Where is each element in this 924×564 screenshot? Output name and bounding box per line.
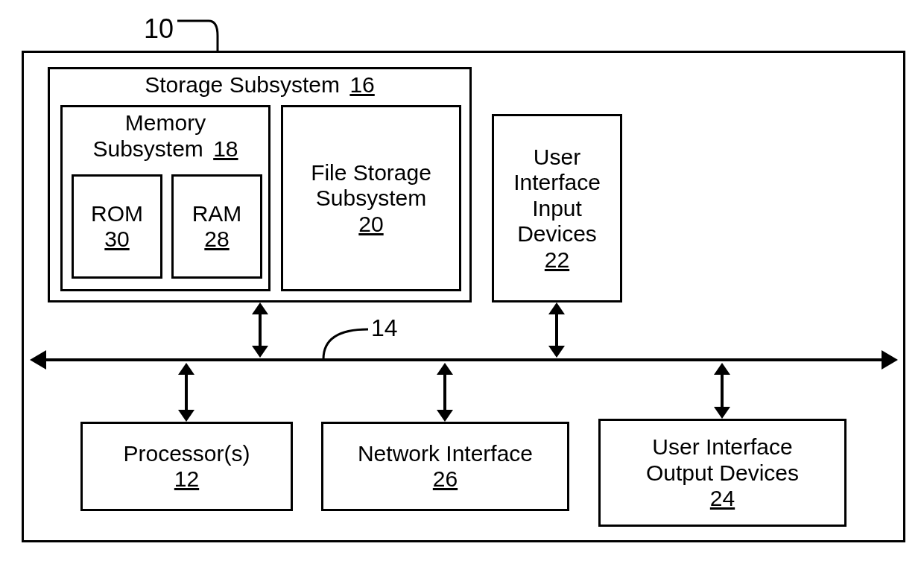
bus-arrow: [30, 349, 898, 371]
rom-ref: 30: [104, 226, 129, 252]
processor-label: Processor(s): [123, 441, 250, 467]
file-storage-ref: 20: [358, 212, 383, 237]
ram-label: RAM: [192, 201, 242, 227]
network-ref: 26: [433, 466, 458, 492]
ui-input-l3: Input: [532, 196, 582, 222]
memory-subsystem-ref: 18: [213, 136, 238, 161]
storage-subsystem-ref: 16: [349, 72, 374, 97]
system-ref-label: 10: [144, 13, 174, 45]
ram-box: RAM 28: [171, 174, 262, 279]
rom-box: ROM 30: [72, 174, 162, 279]
network-box: Network Interface 26: [321, 422, 569, 511]
processor-box: Processor(s) 12: [80, 422, 293, 511]
network-label: Network Interface: [358, 441, 533, 467]
bus-ref-label: 14: [371, 314, 398, 342]
ui-output-l1: User Interface: [652, 434, 792, 460]
storage-subsystem-label: Storage Subsystem: [145, 72, 340, 97]
diagram-canvas: 10 Storage Subsystem 16 Memory Subsystem…: [0, 0, 924, 564]
ui-output-ref: 24: [710, 486, 735, 511]
processor-ref: 12: [174, 466, 199, 492]
file-storage-label2: Subsystem: [316, 186, 426, 212]
ui-input-l4: Devices: [517, 221, 597, 247]
ui-input-ref: 22: [545, 247, 569, 273]
ui-input-l1: User: [534, 145, 580, 171]
storage-subsystem-box: Storage Subsystem 16 Memory Subsystem 18…: [48, 67, 472, 302]
file-storage-label1: File Storage: [311, 160, 431, 186]
ui-input-l2: Interface: [513, 170, 601, 196]
memory-subsystem-label-l2: Subsystem: [92, 136, 203, 161]
ui-output-box: User Interface Output Devices 24: [598, 419, 847, 527]
rom-label: ROM: [91, 201, 143, 227]
ram-ref: 28: [204, 226, 229, 252]
memory-subsystem-label-l1: Memory: [63, 110, 268, 136]
file-storage-box: File Storage Subsystem 20: [281, 105, 461, 291]
memory-subsystem-box: Memory Subsystem 18 ROM 30 RAM 28: [60, 105, 270, 291]
ui-input-box: User Interface Input Devices 22: [492, 114, 622, 302]
ui-output-l2: Output Devices: [646, 460, 799, 487]
